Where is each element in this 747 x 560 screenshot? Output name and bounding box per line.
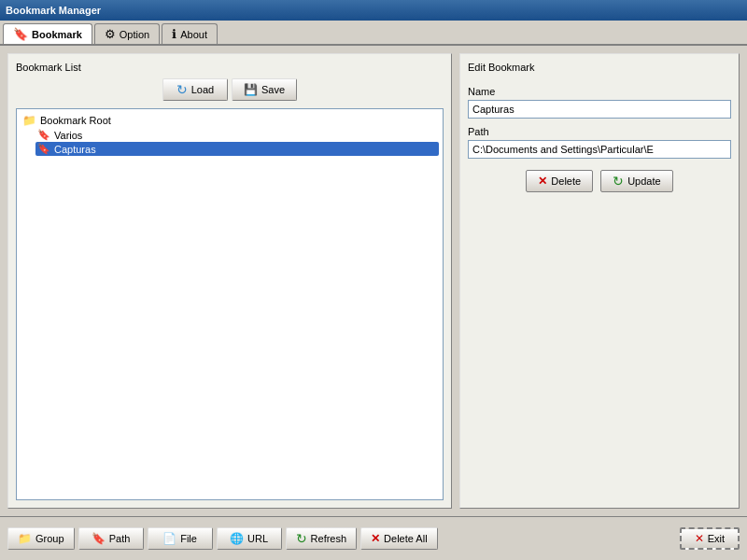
- refresh-icon: [296, 531, 307, 546]
- name-label: Name: [468, 86, 731, 97]
- update-icon: [613, 174, 624, 189]
- url-icon: [230, 532, 244, 545]
- bottom-bar: Group Path File URL Refresh Delete All E…: [0, 516, 747, 559]
- save-icon: [244, 83, 258, 96]
- file-icon: [162, 532, 176, 545]
- bookmark-list-title: Bookmark List: [16, 62, 444, 73]
- name-input[interactable]: [468, 100, 731, 119]
- save-button[interactable]: Save: [232, 78, 297, 101]
- varios-bookmark-icon: [37, 129, 50, 141]
- bookmark-list-panel: Bookmark List Load Save Bookmark Root Va…: [7, 53, 452, 509]
- update-button-label: Update: [627, 175, 660, 187]
- main-content: Bookmark List Load Save Bookmark Root Va…: [0, 46, 747, 516]
- group-button[interactable]: Group: [7, 527, 75, 550]
- tree-item-capturas[interactable]: Capturas: [35, 142, 439, 156]
- tree-item-varios[interactable]: Varios: [35, 128, 439, 142]
- url-button-label: URL: [247, 533, 268, 544]
- tab-bookmark-label: Bookmark: [32, 29, 82, 40]
- save-button-label: Save: [261, 84, 285, 95]
- tree-root[interactable]: Bookmark Root: [21, 113, 439, 128]
- refresh-button[interactable]: Refresh: [286, 527, 358, 550]
- path-label: Path: [468, 126, 731, 137]
- delete-button[interactable]: Delete: [526, 170, 593, 192]
- path-button[interactable]: Path: [78, 527, 144, 550]
- exit-button-label: Exit: [708, 533, 725, 544]
- edit-bookmark-panel: Edit Bookmark Name Path Delete Update: [459, 53, 740, 509]
- path-input[interactable]: [468, 140, 731, 159]
- tab-option-label: Option: [120, 29, 149, 40]
- delete-all-icon: [371, 532, 380, 545]
- exit-button[interactable]: Exit: [680, 527, 740, 550]
- load-icon: [176, 82, 188, 97]
- bookmark-tab-icon: 🔖: [13, 27, 28, 41]
- bottom-right-buttons: Exit: [680, 527, 740, 550]
- tree-root-label: Bookmark Root: [40, 115, 111, 126]
- load-button-label: Load: [191, 84, 214, 95]
- tree-item-capturas-label: Capturas: [54, 144, 96, 155]
- update-button[interactable]: Update: [600, 170, 672, 192]
- name-field-group: Name: [468, 86, 731, 119]
- path-icon: [92, 532, 106, 545]
- tree-children: Varios Capturas: [21, 128, 439, 156]
- group-icon: [18, 532, 32, 545]
- url-button[interactable]: URL: [217, 527, 282, 550]
- tab-about[interactable]: ℹ About: [162, 23, 218, 44]
- capturas-bookmark-icon: [37, 143, 50, 155]
- delete-all-button[interactable]: Delete All: [360, 527, 437, 550]
- load-button[interactable]: Load: [162, 78, 228, 101]
- delete-icon: [538, 175, 547, 188]
- file-button[interactable]: File: [148, 527, 213, 550]
- load-save-row: Load Save: [16, 78, 444, 101]
- group-button-label: Group: [35, 533, 64, 544]
- delete-all-button-label: Delete All: [384, 533, 427, 544]
- tab-bookmark[interactable]: 🔖 Bookmark: [3, 23, 92, 44]
- path-button-label: Path: [109, 533, 131, 544]
- edit-bookmark-title: Edit Bookmark: [468, 62, 731, 73]
- tab-option[interactable]: ⚙ Option: [94, 23, 160, 44]
- window-title: Bookmark Manager: [6, 5, 101, 16]
- title-bar: Bookmark Manager: [0, 0, 747, 21]
- file-button-label: File: [180, 533, 197, 544]
- action-buttons: Delete Update: [468, 170, 731, 192]
- exit-icon: [695, 532, 704, 545]
- bookmark-tree[interactable]: Bookmark Root Varios Capturas: [16, 108, 444, 500]
- tab-about-label: About: [180, 29, 207, 40]
- root-folder-icon: [22, 114, 36, 127]
- bottom-left-buttons: Group Path File URL Refresh Delete All: [7, 527, 438, 550]
- tab-bar: 🔖 Bookmark ⚙ Option ℹ About: [0, 21, 747, 46]
- about-tab-icon: ℹ: [172, 27, 176, 41]
- delete-button-label: Delete: [551, 175, 581, 187]
- option-tab-icon: ⚙: [105, 27, 116, 41]
- tree-item-varios-label: Varios: [54, 130, 82, 141]
- path-field-group: Path: [468, 126, 731, 159]
- refresh-button-label: Refresh: [311, 533, 347, 544]
